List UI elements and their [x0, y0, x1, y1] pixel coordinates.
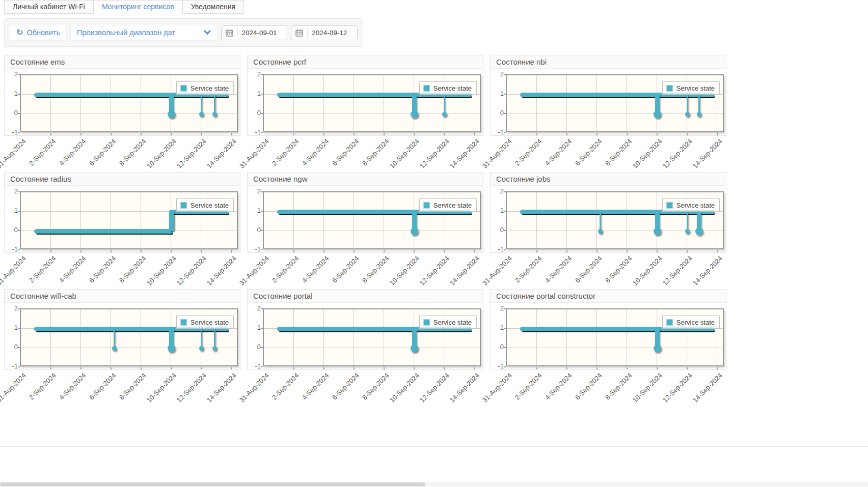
x-tick-label: 10-Sep-2024: [145, 254, 178, 287]
chart-panel: Состояние nbiService state210-1: [490, 55, 726, 136]
x-tick-label: 31-Aug-2024: [238, 137, 270, 170]
grid-vline: [596, 75, 597, 131]
x-tick-label: 31-Aug-2024: [481, 137, 513, 170]
grid-vline: [50, 309, 51, 365]
chart-area: Service state210-1: [248, 303, 483, 369]
chart-title: Состояние ngw: [248, 173, 483, 186]
chart-legend: Service state: [176, 81, 234, 95]
x-tick-mark: [414, 250, 415, 252]
x-tick-mark: [566, 133, 567, 135]
date-range-select[interactable]: Произвольный диапазон дат: [70, 25, 217, 41]
chart-cell: Состояние emsService state210-131-Aug-20…: [4, 55, 240, 172]
x-tick-mark: [80, 250, 82, 252]
state-dip: [698, 95, 700, 114]
x-tick-mark: [141, 133, 142, 135]
x-tick-label: 14-Sep-2024: [691, 371, 724, 404]
x-tick-label: 12-Sep-2024: [661, 137, 694, 170]
legend-label: Service state: [433, 319, 472, 326]
y-tick-mark: [18, 249, 20, 250]
state-dip: [687, 212, 688, 231]
x-tick-label: 14-Sep-2024: [205, 371, 238, 404]
y-tick-mark: [504, 74, 506, 75]
x-tick-label: 6-Sep-2024: [574, 371, 604, 402]
x-tick-label: 6-Sep-2024: [331, 371, 361, 402]
y-tick-label: 1: [248, 90, 261, 97]
refresh-label: Обновить: [26, 28, 60, 37]
x-tick-mark: [171, 133, 172, 135]
legend-swatch: [180, 319, 187, 326]
x-tick-label: 2-Sep-2024: [513, 254, 544, 284]
chart-panel: Состояние portal constructorService stat…: [490, 289, 726, 370]
grid-hline: [264, 113, 480, 114]
date-from-input[interactable]: 2024-09-01: [221, 25, 288, 40]
y-tick-mark: [18, 308, 20, 309]
x-tick-mark: [444, 367, 445, 369]
tab-service-monitoring[interactable]: Мониторинг сервисов: [93, 0, 182, 14]
state-dip: [201, 329, 202, 348]
refresh-button[interactable]: ↻ Обновить: [10, 25, 67, 41]
x-tick-label: 8-Sep-2024: [361, 137, 391, 167]
grid-vline: [596, 309, 597, 365]
x-tick-label: 4-Sep-2024: [544, 371, 574, 402]
chart-cell: Состояние ngwService state210-131-Aug-20…: [247, 172, 483, 289]
y-tick-mark: [261, 132, 263, 133]
grid-vline: [354, 309, 354, 365]
y-tick-label: -1: [491, 245, 504, 253]
y-tick-mark: [504, 211, 506, 212]
chart-area: Service state210-1: [491, 303, 726, 369]
y-tick-label: 1: [248, 324, 261, 331]
x-tick-mark: [687, 133, 688, 135]
x-tick-mark: [111, 367, 112, 369]
x-tick-label: 2-Sep-2024: [28, 371, 58, 402]
horizontal-scrollbar-thumb[interactable]: [0, 482, 425, 486]
x-tick-mark: [293, 133, 294, 135]
x-tick-mark: [627, 250, 628, 252]
x-tick-label: 2-Sep-2024: [270, 137, 301, 167]
filters-toolbar: ↻ Обновить Произвольный диапазон дат 202…: [4, 18, 363, 47]
x-tick-label: 10-Sep-2024: [631, 254, 664, 287]
x-tick-mark: [536, 133, 537, 135]
grid-vline: [141, 75, 141, 131]
y-tick-label: 1: [5, 207, 18, 214]
x-tick-label: 4-Sep-2024: [301, 254, 331, 284]
legend-swatch: [666, 202, 673, 209]
y-tick-label: 2: [248, 304, 261, 312]
y-tick-mark: [504, 347, 506, 348]
x-tick-label: 4-Sep-2024: [544, 137, 574, 167]
chart-legend: Service state: [662, 198, 720, 212]
chart-title: Состояние jobs: [491, 173, 726, 186]
x-tick-mark: [293, 367, 294, 369]
x-tick-mark: [201, 367, 202, 369]
y-tick-label: 1: [491, 324, 504, 331]
y-tick-label: 0: [491, 109, 504, 117]
state-dip-marker: [598, 229, 603, 234]
y-tick-label: -1: [5, 362, 18, 370]
x-tick-label: 8-Sep-2024: [118, 371, 148, 402]
chart-legend: Service state: [176, 198, 234, 212]
x-tick-label: 31-Aug-2024: [481, 371, 513, 404]
x-tick-label: 4-Sep-2024: [58, 254, 88, 284]
plot-region: Service state: [20, 191, 238, 249]
legend-label: Service state: [433, 202, 472, 209]
x-tick-mark: [354, 367, 355, 369]
y-tick-mark: [504, 366, 506, 367]
x-tick-label: 31-Aug-2024: [238, 371, 270, 404]
date-from-value: 2024-09-01: [242, 29, 277, 37]
state-dip-marker: [654, 110, 661, 118]
y-tick-mark: [261, 191, 263, 192]
y-tick-label: -1: [491, 362, 504, 370]
x-tick-label: 4-Sep-2024: [301, 137, 331, 167]
y-tick-label: -1: [248, 362, 261, 370]
tab-personal-cabinet[interactable]: Личный кабинет Wi-Fi: [4, 0, 93, 14]
chart-panel: Состояние emsService state210-1: [4, 55, 240, 136]
x-tick-label: 10-Sep-2024: [388, 137, 421, 170]
x-tick-label: 31-Aug-2024: [0, 137, 28, 170]
x-tick-mark: [474, 367, 475, 369]
x-tick-label: 8-Sep-2024: [361, 371, 391, 402]
y-tick-mark: [504, 113, 506, 114]
grid-hline: [264, 348, 480, 348]
date-to-input[interactable]: 2024-09-12: [291, 25, 358, 40]
tab-notifications[interactable]: Уведомления: [182, 0, 245, 14]
x-tick-label: 8-Sep-2024: [361, 254, 391, 284]
horizontal-scrollbar[interactable]: [0, 482, 868, 486]
